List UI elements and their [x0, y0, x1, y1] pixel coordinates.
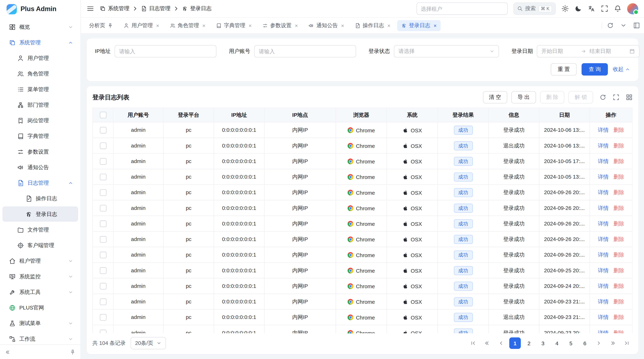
delete-link[interactable]: 删除: [614, 142, 624, 148]
ip-input[interactable]: [115, 45, 216, 57]
notifications-bell-icon[interactable]: [614, 5, 621, 12]
delete-link[interactable]: 删除: [614, 283, 624, 289]
export-button[interactable]: 导 出: [512, 91, 536, 103]
delete-link[interactable]: 删除: [614, 298, 624, 304]
detail-link[interactable]: 详情: [598, 251, 608, 258]
sidebar-item-overview[interactable]: 概览: [2, 19, 78, 34]
sidebar-item-client-mgmt[interactable]: 客户端管理: [2, 238, 78, 253]
close-tab-icon[interactable]: ×: [295, 23, 298, 28]
sidebar-item-param-settings[interactable]: 参数设置: [2, 144, 78, 159]
sidebar-item-role-mgmt[interactable]: 角色管理: [2, 66, 78, 81]
pager-page-3[interactable]: 3: [537, 337, 549, 349]
sidebar-item-login-log[interactable]: 登录日志: [2, 207, 78, 222]
tab-role-mgmt[interactable]: 角色管理×: [166, 20, 210, 31]
sidebar-item-menu-mgmt[interactable]: 菜单管理: [2, 82, 78, 97]
delete-link[interactable]: 删除: [614, 189, 624, 195]
close-tab-icon[interactable]: ×: [156, 23, 159, 28]
delete-link[interactable]: 删除: [614, 329, 624, 333]
detail-link[interactable]: 详情: [598, 173, 608, 179]
pager-fast-next-button[interactable]: [607, 337, 618, 349]
delete-link[interactable]: 删除: [614, 314, 624, 320]
row-checkbox[interactable]: [100, 127, 106, 133]
row-checkbox[interactable]: [100, 252, 106, 258]
row-checkbox[interactable]: [100, 158, 106, 164]
user-avatar[interactable]: [627, 3, 638, 14]
row-checkbox[interactable]: [100, 236, 106, 243]
refresh-tab-icon[interactable]: [607, 22, 614, 29]
sidebar-item-plus-site[interactable]: PLUS官网: [2, 300, 78, 315]
reset-button[interactable]: 重 置: [550, 63, 577, 76]
sidebar-item-dept-mgmt[interactable]: 部门管理: [2, 97, 78, 112]
fullscreen-icon[interactable]: [601, 5, 608, 12]
tenant-select[interactable]: [416, 2, 508, 15]
sidebar-item-tenant-mgmt[interactable]: 租户管理: [2, 253, 78, 269]
row-checkbox[interactable]: [100, 189, 106, 196]
pager-first-button[interactable]: [468, 337, 479, 349]
collapse-filters-link[interactable]: 收起: [613, 66, 630, 73]
refresh-table-icon[interactable]: [600, 94, 606, 101]
breadcrumb-item-log-mgmt[interactable]: 日志管理: [141, 5, 170, 12]
pager-page-1[interactable]: 1: [509, 337, 521, 349]
close-tab-icon[interactable]: ×: [387, 23, 390, 28]
detail-link[interactable]: 详情: [598, 142, 608, 148]
app-logo[interactable]: Plus Admin: [0, 0, 80, 18]
sidebar-item-user-mgmt[interactable]: 用户管理: [2, 50, 78, 66]
table-fullscreen-icon[interactable]: [613, 94, 619, 101]
row-checkbox[interactable]: [100, 142, 106, 149]
sidebar-item-test-menu[interactable]: 测试菜单: [2, 316, 78, 331]
row-checkbox[interactable]: [100, 298, 106, 305]
pager-prev-button[interactable]: [495, 337, 507, 349]
sidebar-item-oper-log[interactable]: 操作日志: [2, 191, 78, 206]
tab-user-mgmt[interactable]: 用户管理×: [120, 20, 163, 31]
close-tab-icon[interactable]: ×: [248, 23, 252, 28]
pager-page-5[interactable]: 5: [565, 337, 576, 349]
row-checkbox[interactable]: [100, 314, 106, 321]
row-checkbox[interactable]: [100, 174, 106, 180]
select-all-checkbox[interactable]: [100, 112, 106, 118]
detail-link[interactable]: 详情: [598, 236, 608, 242]
delete-link[interactable]: 删除: [614, 236, 624, 242]
detail-link[interactable]: 详情: [598, 205, 608, 211]
translate-icon[interactable]: [588, 5, 595, 12]
login-status-select[interactable]: 请选择: [394, 45, 499, 57]
sidebar-item-sys-monitor[interactable]: 系统监控: [2, 269, 78, 284]
detail-link[interactable]: 详情: [598, 220, 608, 226]
account-input[interactable]: [254, 45, 356, 57]
delete-link[interactable]: 删除: [614, 127, 624, 133]
breadcrumb-item-login-log[interactable]: 登录日志: [182, 5, 212, 12]
delete-link[interactable]: 删除: [614, 205, 624, 211]
sidebar-item-system-mgmt[interactable]: 系统管理: [2, 35, 78, 50]
pager-next-button[interactable]: [593, 337, 604, 349]
pager-last-button[interactable]: [621, 337, 632, 349]
close-tab-icon[interactable]: ×: [341, 23, 344, 28]
row-checkbox[interactable]: [100, 220, 106, 227]
search-button[interactable]: 查 询: [582, 63, 608, 76]
detail-link[interactable]: 详情: [598, 329, 608, 333]
sidebar-item-log-mgmt[interactable]: 日志管理: [2, 175, 78, 190]
tab-menu-chevron-down-icon[interactable]: [620, 22, 627, 29]
pin-sidebar-icon[interactable]: [70, 349, 76, 355]
detail-link[interactable]: 详情: [598, 127, 608, 133]
column-settings-icon[interactable]: [626, 94, 632, 101]
detail-link[interactable]: 详情: [598, 267, 608, 273]
pager-page-2[interactable]: 2: [523, 337, 535, 349]
row-checkbox[interactable]: [100, 205, 106, 211]
detail-link[interactable]: 详情: [598, 158, 608, 164]
sidebar-item-file-mgmt[interactable]: 文件管理: [2, 222, 78, 237]
detail-link[interactable]: 详情: [598, 314, 608, 320]
sidebar-item-post-mgmt[interactable]: 岗位管理: [2, 113, 78, 128]
tab-param-settings[interactable]: 参数设置×: [258, 20, 302, 31]
hamburger-icon[interactable]: [86, 5, 94, 12]
delete-link[interactable]: 删除: [614, 251, 624, 258]
tab-notice[interactable]: 通知公告×: [304, 20, 348, 31]
tab-layout-icon[interactable]: [633, 22, 640, 29]
delete-button[interactable]: 删 除: [540, 91, 564, 103]
sidebar-item-workflow[interactable]: 工作流: [2, 331, 78, 344]
pager-page-4[interactable]: 4: [551, 337, 562, 349]
sidebar-item-dict-mgmt[interactable]: 字典管理: [2, 129, 78, 144]
tab-analysis[interactable]: 分析页: [85, 20, 117, 31]
sidebar-item-notice[interactable]: 通知公告: [2, 160, 78, 175]
collapse-sidebar-icon[interactable]: [5, 349, 11, 355]
delete-link[interactable]: 删除: [614, 267, 624, 273]
sidebar-item-sys-tools[interactable]: 系统工具: [2, 285, 78, 300]
